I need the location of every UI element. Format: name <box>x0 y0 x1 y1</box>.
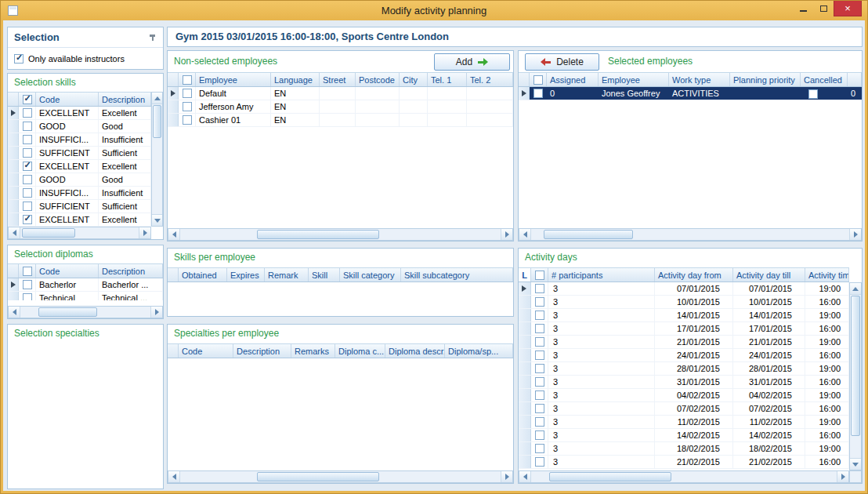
scroll-thumb[interactable] <box>549 472 671 481</box>
checkbox[interactable] <box>23 122 32 131</box>
checkbox[interactable] <box>183 89 192 98</box>
column-header-skill-subcategory[interactable]: Skill subcategory <box>401 268 513 282</box>
select-all-checkbox[interactable] <box>19 264 36 278</box>
table-row[interactable]: Cashier 01 EN <box>168 114 513 127</box>
scroll-track[interactable] <box>531 471 837 482</box>
table-row[interactable]: 3 24/01/2015 24/01/2015 16:00 <box>519 349 849 362</box>
scroll-left-button[interactable] <box>9 307 20 318</box>
table-row[interactable]: 3 07/02/2015 07/02/2015 16:00 <box>519 402 849 416</box>
row-select-checkbox[interactable] <box>531 336 548 348</box>
column-header-code[interactable]: Code <box>36 264 99 278</box>
select-all-checkbox[interactable] <box>530 73 547 86</box>
row-select-checkbox[interactable] <box>531 322 548 335</box>
select-all-checkbox-box[interactable] <box>23 95 32 104</box>
only-available-option[interactable]: Only available instructors <box>8 48 163 69</box>
add-button[interactable]: Add <box>434 53 510 71</box>
checkbox[interactable] <box>23 188 32 198</box>
checkbox[interactable] <box>23 135 32 144</box>
table-row[interactable]: 0 Jones Geoffrey ACTIVITIES 0 <box>519 87 862 100</box>
column-header-obtained[interactable]: Obtained <box>179 268 227 282</box>
checkbox[interactable] <box>23 162 32 171</box>
column-header-postcode[interactable]: Postcode <box>356 73 400 86</box>
cancelled-checkbox[interactable] <box>808 89 818 99</box>
row-select-checkbox[interactable] <box>19 292 36 300</box>
scroll-thumb[interactable] <box>851 296 860 436</box>
column-header-diploma-descr[interactable]: Diploma descr. <box>385 344 445 358</box>
row-select-checkbox[interactable] <box>179 87 196 100</box>
row-select-checkbox[interactable] <box>19 147 36 159</box>
scroll-right-button[interactable] <box>150 307 162 318</box>
checkbox[interactable] <box>535 297 544 307</box>
column-header-street[interactable]: Street <box>320 73 356 86</box>
table-row[interactable]: INSUFFICI... Insufficient <box>8 133 151 147</box>
row-select-checkbox[interactable] <box>19 173 36 186</box>
row-select-checkbox[interactable] <box>19 133 36 146</box>
checkbox[interactable] <box>535 324 544 333</box>
scroll-thumb[interactable] <box>22 228 75 238</box>
checkbox[interactable] <box>533 89 543 98</box>
select-all-checkbox-box[interactable] <box>535 271 544 280</box>
column-header-description[interactable]: Description <box>233 344 291 358</box>
column-header-remark[interactable]: Remark <box>265 268 309 282</box>
checkbox[interactable] <box>535 284 544 293</box>
scroll-track[interactable] <box>850 295 861 458</box>
row-select-checkbox[interactable] <box>531 362 548 375</box>
table-row[interactable]: GOOD Good <box>8 120 151 133</box>
table-row[interactable]: GOOD Good <box>8 173 151 187</box>
checkbox[interactable] <box>23 215 32 224</box>
column-header-remarks[interactable]: Remarks <box>291 344 335 358</box>
checkbox[interactable] <box>535 377 544 387</box>
column-header-employee[interactable]: Employee <box>196 73 271 86</box>
row-select-checkbox[interactable] <box>19 120 36 133</box>
table-row[interactable]: SUFFICIENT Sufficient <box>8 200 151 213</box>
row-select-checkbox[interactable] <box>531 309 548 321</box>
checkbox[interactable] <box>535 311 544 320</box>
checkbox[interactable] <box>183 115 192 125</box>
column-header-cancelled[interactable]: Cancelled <box>801 73 848 86</box>
scroll-track[interactable] <box>152 104 162 214</box>
checkbox[interactable] <box>23 202 32 211</box>
table-row[interactable]: 3 21/02/2015 21/02/2015 16:00 <box>519 456 849 469</box>
maximize-button[interactable] <box>813 1 834 16</box>
checkbox[interactable] <box>183 102 192 111</box>
column-header-diploma-sp[interactable]: Diploma/sp... <box>445 344 513 358</box>
select-all-checkbox[interactable] <box>531 268 548 282</box>
table-row[interactable]: Bacherlor Bacherlor ... <box>8 278 163 292</box>
scroll-track[interactable] <box>180 229 501 240</box>
table-row[interactable]: 3 07/01/2015 07/01/2015 19:00 <box>519 282 849 296</box>
scroll-right-button[interactable] <box>837 471 848 482</box>
pin-icon[interactable] <box>148 33 157 42</box>
checkbox[interactable] <box>23 175 32 184</box>
scroll-left-button[interactable] <box>9 227 20 238</box>
checkbox[interactable] <box>535 417 544 427</box>
column-header-tel1[interactable]: Tel. 1 <box>428 73 467 86</box>
scroll-down-button[interactable] <box>850 458 861 470</box>
column-header-planning-priority[interactable]: Planning priority <box>730 73 801 86</box>
scroll-track[interactable] <box>20 227 139 238</box>
select-all-checkbox-box[interactable] <box>23 267 32 276</box>
delete-button[interactable]: Delete <box>525 53 599 71</box>
row-select-checkbox[interactable] <box>530 87 547 100</box>
cancelled-cell[interactable] <box>801 87 848 100</box>
row-select-checkbox[interactable] <box>179 100 196 113</box>
checkbox[interactable] <box>535 430 544 440</box>
column-header-tel2[interactable]: Tel. 2 <box>467 73 513 86</box>
row-select-checkbox[interactable] <box>531 376 548 388</box>
checkbox[interactable] <box>23 108 32 118</box>
select-all-checkbox[interactable] <box>19 93 36 106</box>
column-header-code[interactable]: Code <box>179 344 233 358</box>
checkbox[interactable] <box>535 444 544 453</box>
scroll-thumb[interactable] <box>257 230 378 239</box>
horizontal-scrollbar[interactable] <box>8 306 163 318</box>
row-select-checkbox[interactable] <box>19 200 36 212</box>
checkbox[interactable] <box>535 351 544 360</box>
horizontal-scrollbar[interactable] <box>519 228 862 241</box>
row-select-checkbox[interactable] <box>531 282 548 295</box>
table-row[interactable]: 3 21/01/2015 21/01/2015 19:00 <box>519 336 849 349</box>
column-header-activity-day-till[interactable]: Activity day till <box>733 268 805 282</box>
scroll-right-button[interactable] <box>849 229 861 240</box>
row-select-checkbox[interactable] <box>531 442 548 455</box>
horizontal-scrollbar[interactable] <box>8 227 151 239</box>
scroll-thumb[interactable] <box>257 472 378 481</box>
vertical-scrollbar[interactable] <box>151 92 163 227</box>
